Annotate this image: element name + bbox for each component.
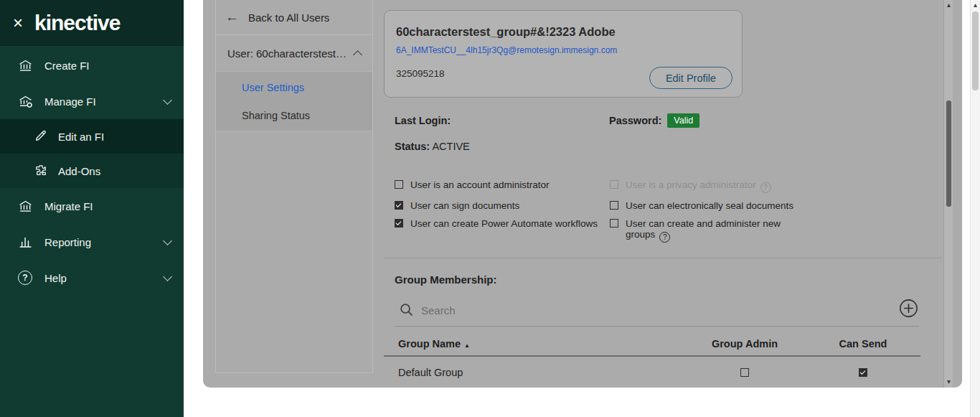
scroll-up-icon[interactable]: ▴ [971, 1, 980, 9]
group-search-input[interactable] [421, 301, 722, 319]
checkbox[interactable] [610, 219, 618, 228]
sidebar-item-label: Add-Ons [58, 165, 100, 177]
puzzle-icon [34, 163, 48, 179]
close-icon[interactable]: × [13, 14, 23, 32]
bank-icon [17, 57, 33, 73]
sidebar-nav: Create FI Manage FI [0, 46, 184, 296]
sidebar-item-label: Migrate FI [44, 200, 171, 212]
table-header-row: Group Name▲ Group Admin Can Send [384, 332, 920, 357]
table-row: Default Group [384, 357, 920, 388]
perm-administer-groups: User can create and administer new group… [610, 218, 941, 243]
app-screen: × kinective Create FI Mana [0, 0, 980, 417]
subnav-item-label: User Settings [242, 82, 304, 93]
status-label: Status: [395, 141, 430, 152]
sort-asc-icon: ▲ [464, 342, 470, 349]
subnav-item-user-settings[interactable]: User Settings [216, 73, 372, 101]
last-login-label: Last Login: [395, 115, 451, 126]
perm-label: User is an account administrator [410, 179, 550, 190]
bar-chart-icon [17, 234, 33, 250]
group-membership-table: Group Name▲ Group Admin Can Send Default… [384, 332, 920, 388]
profile-card: 60characterstest_group#&!2323 Adobe 6A_I… [384, 10, 743, 98]
perm-label: User can create Power Automate workflows [410, 218, 598, 229]
user-id: 325095218 [396, 68, 445, 79]
column-can-send[interactable]: Can Send [806, 338, 920, 350]
user-settings-main: 60characterstest_group#&!2323 Adobe 6A_I… [384, 0, 941, 388]
user-email-link[interactable]: 6A_IMMTestCU__4lh15jr3Qg@remotesign.imme… [396, 45, 617, 55]
user-name: 60characterstest_group#&!2323 Adobe [396, 25, 616, 39]
permissions-grid: User is an account administrator User is… [395, 179, 941, 243]
chevron-down-icon [163, 95, 172, 105]
edit-profile-button[interactable]: Edit Profile [649, 67, 732, 89]
group-admin-checkbox[interactable] [740, 368, 749, 377]
page-scrollbar[interactable]: ▴ [970, 0, 980, 417]
user-accordion-label: User: 60characterstest… [227, 47, 347, 60]
sidebar: × kinective Create FI Mana [0, 0, 184, 417]
sidebar-item-manage-fi[interactable]: Manage FI [0, 83, 184, 119]
sidebar-item-edit-an-fi[interactable]: Edit an FI [0, 119, 184, 154]
can-send-checkbox[interactable] [859, 368, 867, 377]
chevron-down-icon [163, 236, 172, 245]
back-to-all-users-button[interactable]: ← Back to All Users [216, 0, 372, 35]
checkbox [610, 180, 618, 189]
section-divider [384, 258, 941, 258]
perm-label: User can electronically seal documents [626, 200, 793, 211]
search-icon [398, 301, 415, 321]
sidebar-item-reporting[interactable]: Reporting [0, 224, 184, 260]
help-icon[interactable]: ? [760, 182, 771, 193]
help-icon[interactable]: ? [659, 232, 670, 243]
subnav-item-label: Sharing Status [242, 110, 310, 121]
scroll-up-icon[interactable]: ▴ [944, 1, 953, 9]
bank-gear-icon [17, 93, 33, 109]
checkbox[interactable] [395, 219, 403, 228]
checkbox[interactable] [395, 201, 403, 210]
scroll-down-icon[interactable]: ▾ [944, 378, 953, 385]
content-scrollbar-thumb[interactable] [946, 100, 951, 207]
sidebar-item-add-ons[interactable]: Add-Ons [0, 154, 184, 188]
perm-account-admin: User is an account administrator [395, 179, 610, 193]
chevron-down-icon [163, 272, 172, 281]
perm-label: User can create and administer new group… [626, 218, 781, 240]
brand-logo: kinective [34, 11, 120, 35]
perm-privacy-admin: User is a privacy administrator? [610, 179, 941, 193]
checkbox[interactable] [395, 180, 403, 189]
sidebar-header: × kinective [0, 0, 184, 46]
sidebar-item-label: Edit an FI [58, 131, 104, 143]
password-label: Password: [609, 115, 661, 126]
perm-seal-documents: User can electronically seal documents [610, 200, 941, 211]
sidebar-item-label: Help [44, 272, 153, 284]
sidebar-item-label: Create FI [44, 60, 171, 72]
add-group-button[interactable] [899, 299, 918, 318]
search-underline [395, 326, 919, 327]
group-name-cell: Default Group [384, 367, 684, 378]
password-status-badge: Valid [667, 113, 699, 128]
group-membership-title: Group Membership: [395, 273, 497, 286]
content-scrollbar[interactable]: ▴ ▾ [943, 0, 953, 388]
back-label: Back to All Users [248, 11, 329, 24]
content-area: ← Back to All Users User: 60characterste… [203, 0, 962, 388]
bank-arrow-icon [17, 198, 33, 214]
back-arrow-icon: ← [225, 9, 239, 25]
sidebar-item-create-fi[interactable]: Create FI [0, 47, 184, 83]
checkbox[interactable] [610, 201, 618, 210]
status-value: ACTIVE [432, 141, 469, 152]
sidebar-item-migrate-fi[interactable]: Migrate FI [0, 188, 184, 224]
page-scrollbar-thumb[interactable] [972, 11, 979, 90]
perm-label: User is a privacy administrator [626, 179, 756, 190]
sidebar-item-label: Manage FI [44, 95, 153, 108]
sidebar-item-label: Reporting [44, 236, 153, 248]
manage-fi-submenu: Edit an FI Add-Ons [0, 119, 184, 188]
user-accordion-toggle[interactable]: User: 60characterstest… [216, 35, 372, 71]
user-subnav-panel: ← Back to All Users User: 60characterste… [215, 0, 373, 373]
perm-power-automate: User can create Power Automate workflows [395, 218, 610, 243]
subnav-item-sharing-status[interactable]: Sharing Status [216, 101, 372, 129]
password-row: Password: Valid [609, 113, 699, 128]
sidebar-item-help[interactable]: ? Help [0, 260, 184, 296]
chevron-up-icon [353, 50, 362, 60]
column-group-admin[interactable]: Group Admin [684, 338, 806, 350]
column-group-name[interactable]: Group Name▲ [384, 338, 684, 350]
status-row: Status: ACTIVE [395, 141, 470, 152]
user-subnav-items: User Settings Sharing Status [216, 71, 372, 131]
perm-label: User can sign documents [410, 200, 519, 211]
pencil-icon [34, 128, 48, 145]
question-icon: ? [17, 270, 33, 286]
